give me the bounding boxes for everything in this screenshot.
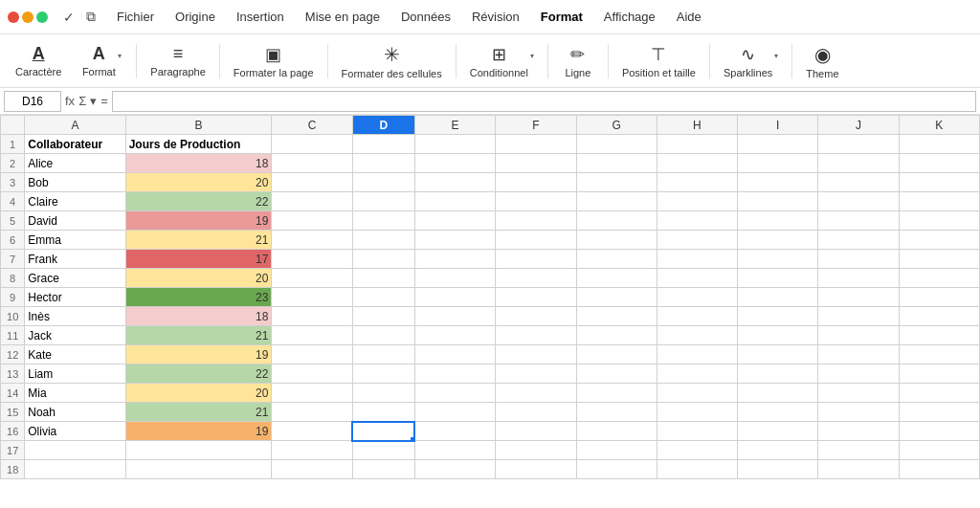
toolbar-position-taille[interactable]: ⊤ Position et taille — [614, 38, 703, 84]
cell-14-B[interactable]: 20 — [125, 384, 272, 403]
edit-icon[interactable]: ⧉ — [86, 9, 96, 25]
col-header-I[interactable]: I — [738, 116, 818, 135]
cell-6-C[interactable] — [272, 231, 352, 250]
menu-format[interactable]: Format — [531, 6, 592, 28]
fill-handle[interactable] — [411, 437, 414, 441]
cell-13-J[interactable] — [818, 364, 899, 384]
cell-14-F[interactable] — [496, 384, 576, 403]
cell-2-H[interactable] — [657, 154, 737, 173]
cell-4-H[interactable] — [657, 192, 737, 211]
col-header-C[interactable]: C — [272, 116, 352, 135]
cell-2-C[interactable] — [272, 154, 352, 173]
cell-17-D[interactable] — [352, 441, 414, 460]
cell-16-E[interactable] — [414, 422, 495, 441]
cell-15-B[interactable]: 21 — [125, 403, 272, 422]
cell-12-A[interactable]: Kate — [25, 345, 125, 364]
toolbar-caractere[interactable]: A Caractère — [8, 38, 69, 84]
cell-2-G[interactable] — [576, 154, 657, 173]
cell-3-A[interactable]: Bob — [25, 173, 125, 192]
cell-10-C[interactable] — [272, 307, 352, 326]
cell-10-H[interactable] — [657, 307, 737, 326]
cell-10-G[interactable] — [576, 307, 657, 326]
cell-8-G[interactable] — [576, 269, 657, 288]
cell-7-J[interactable] — [818, 250, 899, 269]
cell-17-E[interactable] — [414, 441, 495, 460]
cell-9-I[interactable] — [738, 288, 818, 307]
cell-6-I[interactable] — [738, 231, 818, 250]
cell-7-C[interactable] — [272, 250, 352, 269]
cell-8-D[interactable] — [352, 269, 414, 288]
cell-14-C[interactable] — [272, 384, 352, 403]
cell-13-K[interactable] — [899, 364, 979, 384]
menu-insertion[interactable]: Insertion — [227, 6, 294, 28]
cell-5-K[interactable] — [899, 211, 979, 231]
cell-11-B[interactable]: 21 — [125, 326, 272, 345]
formula-input[interactable] — [112, 91, 976, 112]
cell-9-B[interactable]: 23 — [125, 288, 272, 307]
cell-1-F[interactable] — [496, 135, 576, 154]
cell-16-F[interactable] — [496, 422, 576, 441]
sigma-icon[interactable]: Σ — [78, 94, 86, 108]
cell-11-K[interactable] — [899, 326, 979, 345]
cell-5-I[interactable] — [738, 211, 818, 231]
cell-17-C[interactable] — [272, 441, 352, 460]
cell-12-K[interactable] — [899, 345, 979, 364]
cell-5-G[interactable] — [576, 211, 657, 231]
col-header-K[interactable]: K — [899, 116, 979, 135]
cell-14-D[interactable] — [352, 384, 414, 403]
cell-11-C[interactable] — [272, 326, 352, 345]
cell-18-G[interactable] — [576, 460, 657, 479]
cell-1-C[interactable] — [272, 135, 352, 154]
cell-15-J[interactable] — [818, 403, 899, 422]
cell-4-E[interactable] — [414, 192, 495, 211]
cell-18-E[interactable] — [414, 460, 495, 479]
cell-9-A[interactable]: Hector — [25, 288, 125, 307]
cell-16-I[interactable] — [738, 422, 818, 441]
cell-6-H[interactable] — [657, 231, 737, 250]
cell-18-I[interactable] — [738, 460, 818, 479]
cell-7-F[interactable] — [496, 250, 576, 269]
cell-10-I[interactable] — [738, 307, 818, 326]
cell-17-I[interactable] — [738, 441, 818, 460]
cell-15-I[interactable] — [738, 403, 818, 422]
cell-9-F[interactable] — [496, 288, 576, 307]
cell-10-J[interactable] — [818, 307, 899, 326]
cell-2-A[interactable]: Alice — [25, 154, 125, 173]
cell-1-E[interactable] — [414, 135, 495, 154]
cell-10-E[interactable] — [414, 307, 495, 326]
cell-10-F[interactable] — [496, 307, 576, 326]
cell-7-D[interactable] — [352, 250, 414, 269]
cell-12-D[interactable] — [352, 345, 414, 364]
toolbar-formater-cellules[interactable]: ✳ Formater des cellules — [334, 38, 450, 84]
cell-7-K[interactable] — [899, 250, 979, 269]
cell-6-B[interactable]: 21 — [125, 231, 272, 250]
cell-11-H[interactable] — [657, 326, 737, 345]
cell-8-I[interactable] — [738, 269, 818, 288]
col-header-A[interactable]: A — [25, 116, 125, 135]
cell-15-F[interactable] — [496, 403, 576, 422]
cell-13-H[interactable] — [657, 364, 737, 384]
cell-12-E[interactable] — [414, 345, 495, 364]
cell-7-G[interactable] — [576, 250, 657, 269]
cell-4-F[interactable] — [496, 192, 576, 211]
cell-1-B[interactable]: Jours de Production — [125, 135, 272, 154]
cell-13-F[interactable] — [496, 364, 576, 384]
cell-9-K[interactable] — [899, 288, 979, 307]
cell-3-E[interactable] — [414, 173, 495, 192]
cell-7-I[interactable] — [738, 250, 818, 269]
cell-4-I[interactable] — [738, 192, 818, 211]
cell-18-B[interactable] — [125, 460, 272, 479]
cell-10-K[interactable] — [899, 307, 979, 326]
col-header-D[interactable]: D — [352, 116, 414, 135]
cell-6-G[interactable] — [576, 231, 657, 250]
cell-5-D[interactable] — [352, 211, 414, 231]
cell-13-G[interactable] — [576, 364, 657, 384]
col-header-E[interactable]: E — [414, 116, 495, 135]
cell-1-I[interactable] — [738, 135, 818, 154]
cell-18-H[interactable] — [657, 460, 737, 479]
cell-18-D[interactable] — [352, 460, 414, 479]
cell-3-K[interactable] — [899, 173, 979, 192]
menu-aide[interactable]: Aide — [667, 6, 711, 28]
cell-15-H[interactable] — [657, 403, 737, 422]
menu-revision[interactable]: Révision — [462, 6, 529, 28]
